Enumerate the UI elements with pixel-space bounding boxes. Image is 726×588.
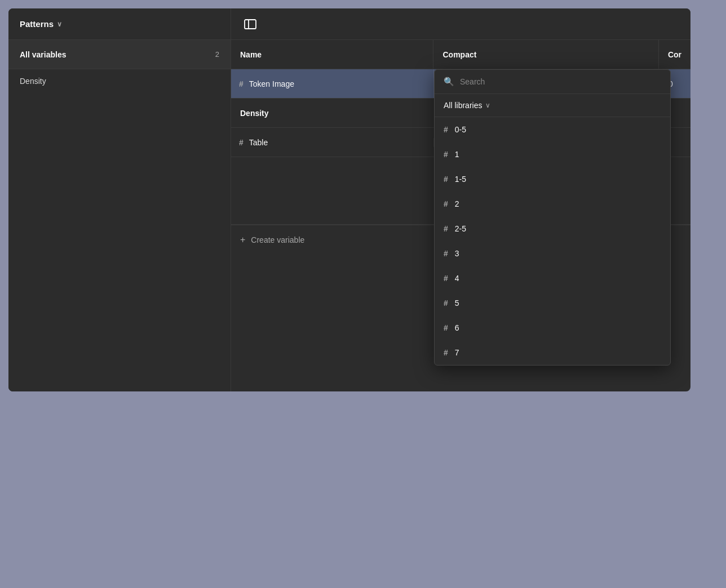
- dropdown-item-hash: #: [444, 175, 448, 184]
- dropdown-item-hash: #: [444, 125, 448, 134]
- svg-rect-0: [245, 20, 256, 29]
- patterns-label: Patterns: [20, 19, 54, 29]
- dropdown-item-4[interactable]: #4: [435, 266, 670, 291]
- dropdown-item-label: 0-5: [455, 125, 466, 134]
- dropdown-items-list: #0-5#1#1-5#2#2-5#3#4#5#6#7: [435, 117, 670, 365]
- dropdown-item-0-5[interactable]: #0-5: [435, 117, 670, 142]
- sidebar: All variables 2 Density: [8, 40, 231, 391]
- table-variable-label: Table: [249, 138, 268, 147]
- density-group[interactable]: Density: [8, 69, 231, 93]
- dropdown-item-3[interactable]: #3: [435, 241, 670, 266]
- toolbar: Patterns ∨: [8, 8, 690, 40]
- density-label: Density: [231, 109, 434, 118]
- dropdown-item-hash: #: [444, 150, 448, 159]
- dropdown-item-hash: #: [444, 323, 448, 332]
- dropdown-panel: 🔍 All libraries ∨ #0-5#1#1-5#2#2-5#3#4#5…: [434, 69, 671, 366]
- token-image-name-cell: # Token Image: [231, 69, 434, 98]
- search-input[interactable]: [460, 77, 661, 86]
- column-cor-header: Cor: [659, 40, 690, 69]
- dropdown-item-6[interactable]: #6: [435, 315, 670, 340]
- dropdown-item-5[interactable]: #5: [435, 291, 670, 315]
- libraries-label: All libraries: [444, 101, 482, 110]
- dropdown-item-label: 2-5: [455, 224, 466, 233]
- panel-layout-icon[interactable]: [242, 18, 258, 30]
- plus-icon: +: [240, 235, 245, 245]
- column-compact-header: Compact: [433, 40, 658, 69]
- all-variables-label: All variables: [20, 50, 67, 59]
- table-header: Name Compact Cor: [231, 40, 690, 69]
- hash-icon: #: [239, 79, 244, 88]
- dropdown-item-2-5[interactable]: #2-5: [435, 216, 670, 241]
- dropdown-item-label: 5: [455, 299, 459, 308]
- dropdown-item-hash: #: [444, 249, 448, 258]
- dropdown-item-label: 4: [455, 274, 459, 283]
- dropdown-item-hash: #: [444, 274, 448, 283]
- patterns-button[interactable]: Patterns ∨: [20, 19, 62, 29]
- create-variable-label: Create variable: [251, 235, 304, 244]
- dropdown-item-hash: #: [444, 299, 448, 308]
- all-libraries-dropdown[interactable]: All libraries ∨: [435, 94, 670, 117]
- dropdown-item-7[interactable]: #7: [435, 340, 670, 365]
- dropdown-item-hash: #: [444, 348, 448, 357]
- dropdown-item-label: 3: [455, 249, 459, 258]
- dropdown-item-label: 1-5: [455, 175, 466, 184]
- libraries-chevron-icon: ∨: [485, 101, 490, 109]
- search-icon: 🔍: [444, 77, 454, 87]
- dropdown-search-area: 🔍: [435, 70, 670, 94]
- hash-icon-table: #: [239, 138, 244, 147]
- app-container: Patterns ∨ All variables 2 Density: [8, 8, 690, 391]
- token-image-label: Token Image: [249, 79, 294, 88]
- all-variables-count: 2: [215, 50, 219, 59]
- toolbar-left: Patterns ∨: [8, 8, 231, 39]
- dropdown-item-1-5[interactable]: #1-5: [435, 167, 670, 191]
- dropdown-item-2[interactable]: #2: [435, 191, 670, 216]
- density-group-label: Density: [20, 77, 46, 86]
- table-area: Name Compact Cor # Token Image 0: [231, 40, 690, 391]
- main-content: All variables 2 Density Name Compact Cor: [8, 40, 690, 391]
- column-name-header: Name: [231, 40, 433, 69]
- dropdown-item-label: 6: [455, 323, 459, 332]
- dropdown-item-label: 7: [455, 348, 459, 357]
- sidebar-header: All variables 2: [8, 40, 231, 69]
- dropdown-item-1[interactable]: #1: [435, 142, 670, 167]
- table-variable-name-cell: # Table: [231, 138, 434, 147]
- dropdown-item-label: 1: [455, 150, 459, 159]
- dropdown-item-label: 2: [455, 199, 459, 208]
- dropdown-item-hash: #: [444, 224, 448, 233]
- toolbar-right: [231, 18, 690, 30]
- chevron-down-icon: ∨: [57, 20, 62, 28]
- dropdown-item-hash: #: [444, 199, 448, 208]
